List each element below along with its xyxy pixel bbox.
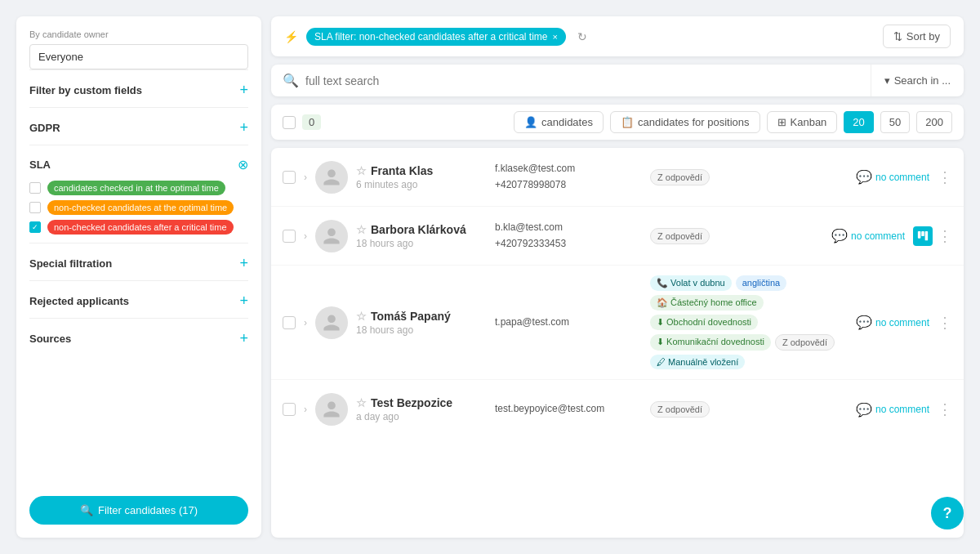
kanban-view-button[interactable]: ⊞ Kanban	[767, 111, 838, 133]
search-in-label: Search in ...	[894, 74, 951, 87]
more-icon-3[interactable]: ⋮	[938, 314, 952, 332]
select-all-checkbox[interactable]	[283, 116, 296, 129]
refresh-icon[interactable]: ↻	[577, 30, 587, 43]
row-checkbox-3[interactable]	[283, 316, 296, 329]
chevron-down-icon: ▾	[884, 74, 890, 87]
candidate-contact-2: b.kla@test.com +420792333453	[495, 220, 642, 251]
sla-badge-0: candidates checked in at the optimal tim…	[47, 181, 225, 195]
candidate-email-4: test.beypoyice@test.com	[495, 401, 642, 417]
sla-item-0: candidates checked in at the optimal tim…	[29, 181, 248, 195]
filter-custom-fields-header[interactable]: Filter by custom fields +	[29, 82, 248, 99]
tag-item: 🏠 Částečný home office	[650, 295, 764, 311]
more-icon-1[interactable]: ⋮	[938, 168, 952, 186]
candidate-tags-4: Z odpovědí	[650, 401, 848, 418]
candidates-view-button[interactable]: 👤 candidates	[514, 111, 604, 133]
sources-header[interactable]: Sources +	[29, 330, 248, 347]
rejected-applicants-section: Rejected applicants +	[29, 280, 248, 318]
tag-item: 📞 Volat v dubnu	[650, 275, 732, 291]
gdpr-header[interactable]: GDPR +	[29, 119, 248, 136]
sidebar: By candidate owner Filter by custom fiel…	[16, 16, 261, 538]
svg-rect-0	[918, 230, 921, 238]
candidate-time-2: 18 hours ago	[356, 238, 487, 249]
help-button[interactable]: ?	[931, 497, 964, 529]
row-expand-icon-2[interactable]: ›	[304, 230, 307, 242]
avatar-2	[315, 220, 348, 252]
row-checkbox-4[interactable]	[283, 403, 296, 416]
sla-section: SLA ⊗ candidates checked in at the optim…	[29, 145, 248, 243]
sort-button[interactable]: ⇅ Sort by	[883, 25, 951, 48]
sla-checkbox-2[interactable]	[29, 221, 41, 233]
sla-checkbox-0[interactable]	[29, 182, 41, 194]
candidate-name-text-2: Barbora Klárková	[371, 223, 466, 236]
table-row: › ☆ Franta Klas 6 minutes ago f.klasek@t…	[271, 148, 964, 207]
candidates-label: candidates	[541, 116, 593, 128]
gdpr-section: GDPR +	[29, 107, 248, 145]
sla-checkbox-1[interactable]	[29, 202, 41, 213]
candidate-time-4: a day ago	[356, 411, 487, 422]
row-expand-icon-4[interactable]: ›	[304, 404, 307, 415]
search-bar: 🔍 ▾ Search in ...	[271, 65, 964, 96]
sla-item-1: non-checked candidates at the optimal ti…	[29, 200, 248, 215]
candidate-name-2: ☆ Barbora Klárková	[356, 223, 487, 236]
star-icon-3[interactable]: ☆	[356, 310, 367, 323]
search-left: 🔍	[271, 65, 871, 96]
tag-item: Z odpovědí	[650, 401, 710, 418]
candidate-name-1: ☆ Franta Klas	[356, 164, 487, 177]
filter-candidates-area: 🔍 Filter candidates (17)	[29, 483, 248, 525]
rejected-applicants-title: Rejected applicants	[29, 295, 129, 307]
owner-input[interactable]	[29, 44, 248, 69]
comment-icon-3: 💬	[856, 315, 872, 330]
candidate-info-1: ☆ Franta Klas 6 minutes ago	[356, 164, 487, 190]
candidate-info-4: ☆ Test Bezpozice a day ago	[356, 396, 487, 422]
pagination-20[interactable]: 20	[844, 111, 873, 133]
svg-rect-1	[921, 230, 924, 235]
positions-view-button[interactable]: 📋 candidates for positions	[610, 111, 760, 133]
candidate-tags-1: Z odpovědí	[650, 169, 848, 185]
candidate-email-3: t.papa@test.com	[495, 315, 642, 330]
sources-add-icon[interactable]: +	[239, 330, 248, 347]
comment-text-4: no comment	[875, 404, 929, 415]
positions-icon: 📋	[621, 116, 634, 128]
tag-item: Z odpovědí	[650, 228, 710, 244]
sla-close-icon[interactable]: ⊗	[238, 157, 248, 172]
filter-custom-fields-add-icon[interactable]: +	[239, 82, 248, 99]
sort-icon: ⇅	[893, 30, 902, 42]
filter-funnel-icon: ⚡	[284, 30, 298, 43]
row-expand-icon-3[interactable]: ›	[304, 317, 307, 328]
row-expand-icon-1[interactable]: ›	[304, 172, 307, 183]
top-bar: ⚡ SLA filter: non-checked candidates aft…	[271, 16, 964, 56]
search-input[interactable]	[305, 74, 859, 87]
star-icon-4[interactable]: ☆	[356, 396, 367, 409]
more-icon-4[interactable]: ⋮	[938, 400, 952, 418]
special-filtration-add-icon[interactable]: +	[239, 255, 248, 272]
star-icon-2[interactable]: ☆	[356, 223, 367, 236]
filter-candidates-button[interactable]: 🔍 Filter candidates (17)	[29, 496, 248, 525]
special-filtration-title: Special filtration	[29, 257, 112, 270]
row-actions-4: ⋮	[938, 400, 952, 418]
row-checkbox-1[interactable]	[283, 171, 296, 184]
sources-title: Sources	[29, 333, 71, 345]
table-row: › ☆ Barbora Klárková 18 hours ago b.kla@…	[271, 207, 964, 266]
pagination-200[interactable]: 200	[916, 111, 952, 133]
kanban-icon-2[interactable]	[913, 226, 933, 246]
rejected-applicants-header[interactable]: Rejected applicants +	[29, 293, 248, 310]
row-checkbox-2[interactable]	[283, 230, 296, 243]
filter-custom-fields-section: Filter by custom fields +	[29, 69, 248, 107]
owner-label: By candidate owner	[29, 29, 248, 39]
special-filtration-section: Special filtration +	[29, 243, 248, 280]
candidate-email-2: b.kla@test.com	[495, 220, 642, 235]
more-icon-2[interactable]: ⋮	[938, 227, 952, 245]
sla-header: SLA ⊗	[29, 157, 248, 172]
rejected-applicants-add-icon[interactable]: +	[239, 293, 248, 310]
gdpr-add-icon[interactable]: +	[239, 119, 248, 136]
special-filtration-header[interactable]: Special filtration +	[29, 255, 248, 272]
pagination-50[interactable]: 50	[880, 111, 910, 133]
tag-item: angličtina	[736, 275, 786, 291]
search-in-button[interactable]: ▾ Search in ...	[871, 65, 964, 96]
row-actions-2: ⋮	[913, 226, 952, 246]
sla-badge-2: non-checked candidates after a critical …	[47, 220, 234, 235]
search-icon: 🔍	[283, 73, 299, 88]
comment-area-4: 💬 no comment	[856, 402, 929, 418]
sla-filter-tag-close[interactable]: ×	[552, 32, 557, 42]
star-icon-1[interactable]: ☆	[356, 164, 367, 177]
